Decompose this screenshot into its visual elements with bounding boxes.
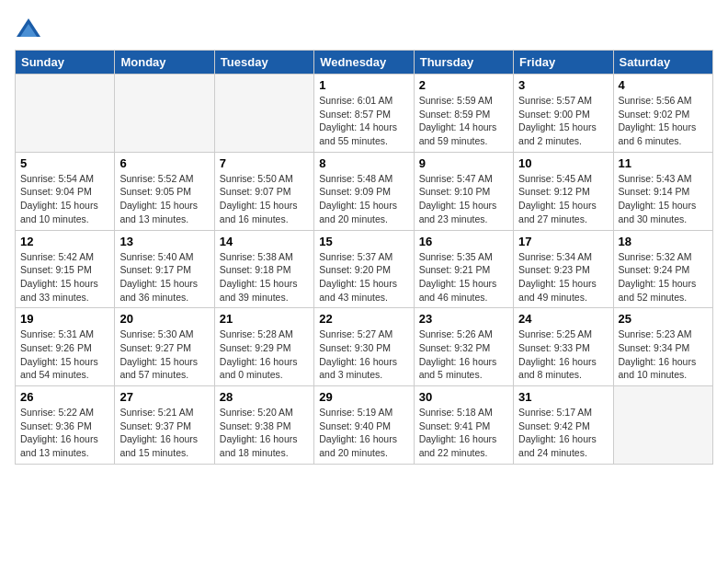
day-info: Sunrise: 5:38 AM Sunset: 9:18 PM Dayligh… <box>220 250 309 304</box>
day-number: 7 <box>220 156 309 170</box>
day-info: Sunrise: 5:28 AM Sunset: 9:29 PM Dayligh… <box>220 327 309 382</box>
header-row: SundayMondayTuesdayWednesdayThursdayFrid… <box>16 51 713 75</box>
day-number: 12 <box>20 235 109 248</box>
calendar-header: SundayMondayTuesdayWednesdayThursdayFrid… <box>16 51 713 75</box>
day-cell: 17Sunrise: 5:34 AM Sunset: 9:23 PM Dayli… <box>514 230 613 308</box>
day-number: 1 <box>319 78 408 92</box>
day-info: Sunrise: 5:43 AM Sunset: 9:14 PM Dayligh… <box>619 172 708 226</box>
day-number: 6 <box>119 156 209 170</box>
day-number: 19 <box>20 312 109 326</box>
day-number: 23 <box>419 312 508 326</box>
day-number: 30 <box>419 390 508 404</box>
day-number: 5 <box>20 156 109 170</box>
day-cell <box>613 386 712 465</box>
day-number: 29 <box>319 390 408 404</box>
day-info: Sunrise: 5:20 AM Sunset: 9:38 PM Dayligh… <box>220 406 309 460</box>
day-number: 25 <box>619 312 708 326</box>
day-cell: 8Sunrise: 5:48 AM Sunset: 9:09 PM Daylig… <box>314 152 414 230</box>
day-cell: 28Sunrise: 5:20 AM Sunset: 9:38 PM Dayli… <box>214 386 313 465</box>
day-number: 13 <box>119 235 209 248</box>
day-cell: 12Sunrise: 5:42 AM Sunset: 9:15 PM Dayli… <box>16 230 115 308</box>
calendar-table: SundayMondayTuesdayWednesdayThursdayFrid… <box>15 50 713 465</box>
page-header <box>15 15 713 42</box>
day-info: Sunrise: 5:37 AM Sunset: 9:20 PM Dayligh… <box>319 250 408 304</box>
week-row-3: 19Sunrise: 5:31 AM Sunset: 9:26 PM Dayli… <box>16 308 713 386</box>
day-cell: 26Sunrise: 5:22 AM Sunset: 9:36 PM Dayli… <box>16 386 115 465</box>
day-cell: 29Sunrise: 5:19 AM Sunset: 9:40 PM Dayli… <box>314 386 414 465</box>
day-number: 11 <box>619 156 708 170</box>
day-info: Sunrise: 5:50 AM Sunset: 9:07 PM Dayligh… <box>220 172 309 226</box>
week-row-2: 12Sunrise: 5:42 AM Sunset: 9:15 PM Dayli… <box>16 230 713 308</box>
day-number: 4 <box>619 78 708 92</box>
day-info: Sunrise: 6:01 AM Sunset: 8:57 PM Dayligh… <box>319 94 408 148</box>
header-saturday: Saturday <box>613 51 712 75</box>
day-cell: 20Sunrise: 5:30 AM Sunset: 9:27 PM Dayli… <box>115 308 214 386</box>
day-info: Sunrise: 5:35 AM Sunset: 9:21 PM Dayligh… <box>419 250 508 304</box>
day-number: 15 <box>319 235 408 248</box>
day-info: Sunrise: 5:21 AM Sunset: 9:37 PM Dayligh… <box>119 406 209 460</box>
day-number: 17 <box>518 235 608 248</box>
day-cell: 21Sunrise: 5:28 AM Sunset: 9:29 PM Dayli… <box>214 308 313 386</box>
day-info: Sunrise: 5:18 AM Sunset: 9:41 PM Dayligh… <box>419 406 508 460</box>
day-cell: 30Sunrise: 5:18 AM Sunset: 9:41 PM Dayli… <box>414 386 513 465</box>
header-friday: Friday <box>514 51 613 75</box>
day-cell: 4Sunrise: 5:56 AM Sunset: 9:02 PM Daylig… <box>613 75 712 153</box>
day-info: Sunrise: 5:23 AM Sunset: 9:34 PM Dayligh… <box>619 327 708 382</box>
logo-icon <box>15 15 42 42</box>
week-row-1: 5Sunrise: 5:54 AM Sunset: 9:04 PM Daylig… <box>16 152 713 230</box>
header-wednesday: Wednesday <box>314 51 414 75</box>
day-number: 31 <box>518 390 608 404</box>
day-info: Sunrise: 5:34 AM Sunset: 9:23 PM Dayligh… <box>518 250 608 304</box>
day-number: 2 <box>419 78 508 92</box>
day-cell: 31Sunrise: 5:17 AM Sunset: 9:42 PM Dayli… <box>514 386 613 465</box>
day-info: Sunrise: 5:19 AM Sunset: 9:40 PM Dayligh… <box>319 406 408 460</box>
day-info: Sunrise: 5:40 AM Sunset: 9:17 PM Dayligh… <box>119 250 209 304</box>
day-number: 26 <box>20 390 109 404</box>
day-cell: 11Sunrise: 5:43 AM Sunset: 9:14 PM Dayli… <box>613 152 712 230</box>
day-number: 21 <box>220 312 309 326</box>
day-cell: 7Sunrise: 5:50 AM Sunset: 9:07 PM Daylig… <box>214 152 313 230</box>
logo <box>15 15 46 42</box>
header-sunday: Sunday <box>16 51 115 75</box>
day-info: Sunrise: 5:45 AM Sunset: 9:12 PM Dayligh… <box>518 172 608 226</box>
day-info: Sunrise: 5:56 AM Sunset: 9:02 PM Dayligh… <box>619 94 708 148</box>
week-row-4: 26Sunrise: 5:22 AM Sunset: 9:36 PM Dayli… <box>16 386 713 465</box>
day-info: Sunrise: 5:54 AM Sunset: 9:04 PM Dayligh… <box>20 172 109 226</box>
day-info: Sunrise: 5:57 AM Sunset: 9:00 PM Dayligh… <box>518 94 608 148</box>
day-info: Sunrise: 5:59 AM Sunset: 8:59 PM Dayligh… <box>419 94 508 148</box>
day-number: 24 <box>518 312 608 326</box>
day-info: Sunrise: 5:27 AM Sunset: 9:30 PM Dayligh… <box>319 327 408 382</box>
day-cell: 22Sunrise: 5:27 AM Sunset: 9:30 PM Dayli… <box>314 308 414 386</box>
calendar-body: 1Sunrise: 6:01 AM Sunset: 8:57 PM Daylig… <box>16 75 713 465</box>
day-number: 14 <box>220 235 309 248</box>
header-monday: Monday <box>115 51 214 75</box>
day-number: 27 <box>119 390 209 404</box>
day-cell: 24Sunrise: 5:25 AM Sunset: 9:33 PM Dayli… <box>514 308 613 386</box>
day-cell: 2Sunrise: 5:59 AM Sunset: 8:59 PM Daylig… <box>414 75 513 153</box>
day-number: 9 <box>419 156 508 170</box>
day-info: Sunrise: 5:48 AM Sunset: 9:09 PM Dayligh… <box>319 172 408 226</box>
day-cell: 19Sunrise: 5:31 AM Sunset: 9:26 PM Dayli… <box>16 308 115 386</box>
day-info: Sunrise: 5:30 AM Sunset: 9:27 PM Dayligh… <box>119 327 209 382</box>
day-number: 8 <box>319 156 408 170</box>
day-cell: 10Sunrise: 5:45 AM Sunset: 9:12 PM Dayli… <box>514 152 613 230</box>
day-number: 28 <box>220 390 309 404</box>
day-cell: 5Sunrise: 5:54 AM Sunset: 9:04 PM Daylig… <box>16 152 115 230</box>
day-cell: 3Sunrise: 5:57 AM Sunset: 9:00 PM Daylig… <box>514 75 613 153</box>
day-info: Sunrise: 5:42 AM Sunset: 9:15 PM Dayligh… <box>20 250 109 304</box>
day-info: Sunrise: 5:22 AM Sunset: 9:36 PM Dayligh… <box>20 406 109 460</box>
header-tuesday: Tuesday <box>214 51 313 75</box>
day-info: Sunrise: 5:25 AM Sunset: 9:33 PM Dayligh… <box>518 327 608 382</box>
day-cell: 25Sunrise: 5:23 AM Sunset: 9:34 PM Dayli… <box>613 308 712 386</box>
day-number: 20 <box>119 312 209 326</box>
day-info: Sunrise: 5:31 AM Sunset: 9:26 PM Dayligh… <box>20 327 109 382</box>
header-thursday: Thursday <box>414 51 513 75</box>
day-cell: 23Sunrise: 5:26 AM Sunset: 9:32 PM Dayli… <box>414 308 513 386</box>
day-number: 3 <box>518 78 608 92</box>
day-info: Sunrise: 5:26 AM Sunset: 9:32 PM Dayligh… <box>419 327 508 382</box>
day-number: 22 <box>319 312 408 326</box>
day-number: 16 <box>419 235 508 248</box>
day-cell: 18Sunrise: 5:32 AM Sunset: 9:24 PM Dayli… <box>613 230 712 308</box>
day-cell: 9Sunrise: 5:47 AM Sunset: 9:10 PM Daylig… <box>414 152 513 230</box>
day-cell <box>214 75 313 153</box>
